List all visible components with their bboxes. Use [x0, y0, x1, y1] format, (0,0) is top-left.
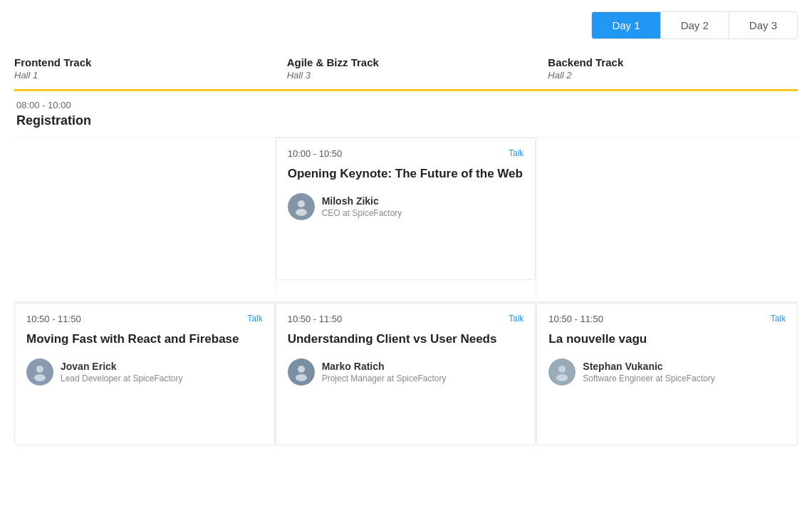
talk-badge-0: Talk: [247, 314, 262, 324]
talk-title-1: Understanding Client vs User Needs: [288, 331, 524, 347]
registration-title: Registration: [16, 113, 798, 128]
backend-track-hall: Hall 2: [548, 70, 798, 81]
keynote-talk-card: 10:00 - 10:50 Talk Opening Keynote: The …: [276, 138, 536, 280]
speaker-role-2: Software Engineer at SpiceFactory: [583, 373, 714, 383]
keynote-time: 10:00 - 10:50: [288, 148, 343, 159]
registration-time: 08:00 - 10:00: [16, 100, 798, 110]
day-tabs: Day 1 Day 2 Day 3: [591, 11, 798, 39]
keynote-section: 10:00 - 10:50 Talk Opening Keynote: The …: [14, 138, 798, 302]
speaker-name-0: Jovan Erick: [61, 361, 182, 372]
speaker-avatar-2: [548, 359, 576, 386]
talk-title-0: Moving Fast with React and Firebase: [26, 331, 263, 347]
talk-badge-1: Talk: [509, 314, 524, 324]
keynote-card-header: 10:00 - 10:50 Talk: [288, 148, 524, 159]
talk-title-2: La nouvelle vagu: [548, 331, 786, 347]
speaker-role-0: Lead Developer at SpiceFactory: [61, 373, 182, 383]
speaker-details-0: Jovan Erick Lead Developer at SpiceFacto…: [61, 361, 182, 383]
keynote-left-empty: [14, 138, 276, 301]
speaker-name-1: Marko Ratich: [322, 361, 447, 372]
agile-track-hall: Hall 3: [287, 70, 537, 81]
track-agile: Agile & Bizz Track Hall 3: [276, 51, 537, 83]
talk-time-0: 10:50 - 11:50: [26, 314, 81, 324]
svg-point-1: [296, 209, 307, 216]
svg-point-4: [298, 366, 305, 373]
tab-day3[interactable]: Day 3: [729, 12, 797, 38]
frontend-track-name: Frontend Track: [14, 56, 276, 68]
svg-point-5: [296, 374, 307, 381]
keynote-badge: Talk: [509, 148, 524, 158]
talk-card-header-2: 10:50 - 11:50 Talk: [548, 314, 786, 324]
speaker-details-1: Marko Ratich Project Manager at SpiceFac…: [322, 361, 447, 383]
track-backend: Backend Track Hall 2: [536, 51, 798, 83]
svg-point-6: [558, 366, 566, 373]
talk-card-1: 10:50 - 11:50 Talk Understanding Client …: [276, 303, 536, 445]
top-bar: Day 1 Day 2 Day 3: [0, 0, 812, 51]
svg-point-7: [556, 374, 568, 381]
backend-track-name: Backend Track: [548, 56, 798, 68]
keynote-speaker-avatar: [288, 193, 315, 220]
talk-col-2: 10:50 - 11:50 Talk La nouvelle vagu Step…: [536, 303, 798, 445]
track-headers: Frontend Track Hall 1 Agile & Bizz Track…: [0, 51, 812, 83]
svg-point-3: [34, 374, 46, 381]
keynote-speaker: Milosh Zikic CEO at SpiceFactory: [288, 193, 524, 220]
talk-time-2: 10:50 - 11:50: [548, 314, 603, 324]
keynote-card: 10:00 - 10:50 Talk Opening Keynote: The …: [276, 138, 537, 301]
talk-col-0: 10:50 - 11:50 Talk Moving Fast with Reac…: [14, 303, 276, 445]
schedule-container: 08:00 - 10:00 Registration 10:00 - 10:50…: [0, 91, 812, 445]
track-frontend: Frontend Track Hall 1: [14, 51, 276, 83]
speaker-role-1: Project Manager at SpiceFactory: [322, 373, 447, 383]
speaker-info-1: Marko Ratich Project Manager at SpiceFac…: [288, 359, 524, 386]
frontend-track-hall: Hall 1: [14, 70, 276, 81]
talk-col-1: 10:50 - 11:50 Talk Understanding Client …: [276, 303, 537, 445]
speaker-details-2: Stephan Vukanic Software Engineer at Spi…: [583, 361, 714, 383]
keynote-speaker-details: Milosh Zikic CEO at SpiceFactory: [322, 195, 402, 218]
speaker-info-0: Jovan Erick Lead Developer at SpiceFacto…: [26, 359, 263, 386]
tab-day1[interactable]: Day 1: [592, 12, 660, 38]
keynote-speaker-name: Milosh Zikic: [322, 195, 402, 207]
talk-time-1: 10:50 - 11:50: [288, 314, 343, 324]
speaker-avatar-1: [288, 359, 315, 386]
talk-card-2: 10:50 - 11:50 Talk La nouvelle vagu Step…: [536, 303, 798, 445]
talk-badge-2: Talk: [771, 314, 786, 324]
registration-row: 08:00 - 10:00 Registration: [14, 91, 798, 138]
speaker-name-2: Stephan Vukanic: [583, 361, 714, 372]
speaker-info-2: Stephan Vukanic Software Engineer at Spi…: [548, 359, 786, 386]
talks-section: 10:50 - 11:50 Talk Moving Fast with Reac…: [14, 302, 798, 445]
keynote-title: Opening Keynote: The Future of the Web: [288, 166, 524, 182]
talk-card-0: 10:50 - 11:50 Talk Moving Fast with Reac…: [14, 303, 275, 445]
talk-card-header-1: 10:50 - 11:50 Talk: [288, 314, 524, 324]
svg-point-0: [298, 200, 305, 207]
talk-card-header-0: 10:50 - 11:50 Talk: [26, 314, 263, 324]
svg-point-2: [36, 366, 43, 373]
speaker-avatar-0: [26, 359, 53, 386]
tab-day2[interactable]: Day 2: [661, 12, 729, 38]
keynote-right-empty: [536, 138, 798, 301]
agile-track-name: Agile & Bizz Track: [287, 56, 537, 68]
keynote-speaker-role: CEO at SpiceFactory: [322, 208, 402, 218]
